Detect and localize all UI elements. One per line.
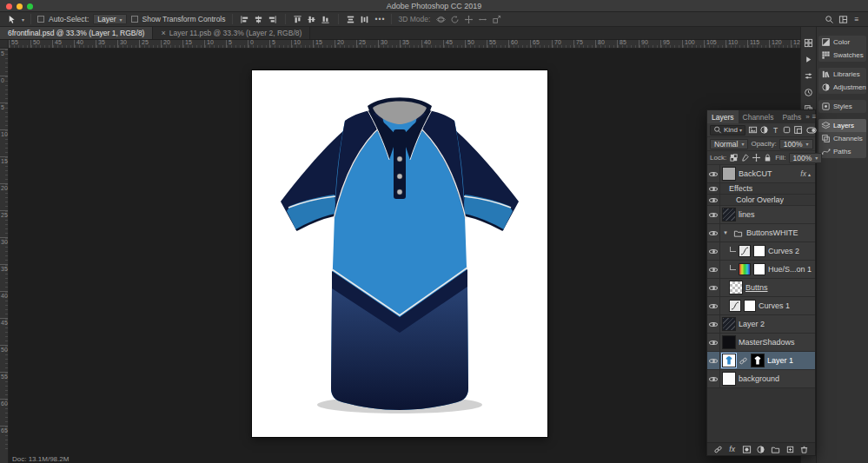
orbit-3d-icon[interactable] <box>434 14 447 25</box>
visibility-toggle[interactable] <box>707 195 720 205</box>
pasteboard[interactable] <box>9 49 800 463</box>
slide-3d-icon[interactable] <box>476 14 488 25</box>
dock-item-adjustments[interactable]: Adjustments <box>818 81 866 94</box>
lock-brush-icon[interactable] <box>740 153 750 162</box>
f-adjust-icon[interactable] <box>759 125 769 135</box>
layer-row-layer-2[interactable]: Layer 2 <box>707 315 815 334</box>
layer-thumbnail-shirt[interactable] <box>722 354 736 367</box>
f-type-icon[interactable]: T <box>771 125 780 135</box>
menu-lines-icon[interactable]: ≡ <box>851 14 863 25</box>
layer-name[interactable]: ButtonsWHITE <box>746 228 798 237</box>
layer-name[interactable]: Buttns <box>745 283 768 292</box>
layer-thumbnail-hue[interactable] <box>739 263 751 275</box>
visibility-toggle[interactable] <box>707 370 720 387</box>
layer-name[interactable]: MasterShadows <box>739 338 795 347</box>
layer-row-mastershadows[interactable]: MasterShadows <box>707 334 815 352</box>
collapse-panel-icon[interactable]: » <box>805 113 809 121</box>
layer-name[interactable]: Curves 2 <box>768 247 799 255</box>
layer-row-curves-2[interactable]: Curves 2 <box>707 242 815 261</box>
adj-icon-icon[interactable] <box>756 444 766 454</box>
visibility-toggle[interactable] <box>707 224 720 241</box>
roll-3d-icon[interactable] <box>448 14 461 25</box>
layer-thumbnail-darker[interactable] <box>722 335 736 349</box>
layer-thumbnail-checker[interactable] <box>729 281 743 294</box>
document-tab[interactable]: × Layer 11.psb @ 33.3% (Layer 2, RGB/8) <box>153 27 310 39</box>
layer-name[interactable]: background <box>739 374 779 383</box>
layer-thumbnail-dark[interactable] <box>722 208 736 222</box>
auto-select-checkbox[interactable] <box>37 16 44 23</box>
dist-h-icon[interactable] <box>359 14 371 25</box>
fill-dropdown[interactable]: 100% ▾ <box>789 153 823 163</box>
layout-grid-icon[interactable] <box>837 14 849 25</box>
visibility-toggle[interactable] <box>707 242 720 260</box>
layer-row-effects[interactable]: Effects <box>707 183 815 195</box>
move-tool-icon[interactable] <box>5 14 17 25</box>
lock-checker-icon[interactable] <box>729 153 739 162</box>
blend-mode-dropdown[interactable]: Normal ▾ <box>710 139 748 149</box>
layer-name[interactable]: Hue/S...on 1 <box>768 265 812 274</box>
layer-thumbnail-whitem[interactable] <box>753 263 765 275</box>
layer-thumbnail-shirt-mask[interactable] <box>751 354 765 367</box>
document-tab-active[interactable]: 6frontfinal.psd @ 33.3% (Layer 1, RGB/8) <box>0 27 153 39</box>
trash-icon[interactable] <box>799 444 810 454</box>
panel-menu-icon[interactable]: ≡ <box>812 113 817 121</box>
layer-thumbnail-curves[interactable] <box>729 300 741 312</box>
tab-paths[interactable]: Paths <box>778 110 805 123</box>
visibility-toggle[interactable] <box>707 334 720 351</box>
align-middle-icon[interactable] <box>306 14 318 25</box>
visibility-toggle[interactable] <box>707 183 720 194</box>
zoom-window-button[interactable] <box>27 3 33 10</box>
lock-move-icon[interactable] <box>752 153 761 162</box>
layer-thumbnail-gray[interactable] <box>722 167 736 181</box>
close-window-button[interactable] <box>6 3 12 10</box>
pan-3d-icon[interactable] <box>462 14 474 25</box>
search-icon[interactable] <box>823 14 835 25</box>
mask-icon-icon[interactable] <box>741 444 752 454</box>
layer-name[interactable]: Color Overlay <box>736 195 784 204</box>
align-center-h-icon[interactable] <box>253 14 265 25</box>
kind-filter-dropdown[interactable]: Kind ▾ <box>710 125 745 136</box>
play-icon[interactable] <box>803 54 814 65</box>
layer-effects-badge[interactable]: fx▴ <box>800 169 813 178</box>
layer-thumbnail-curves[interactable] <box>739 245 751 257</box>
clock-icon[interactable] <box>803 87 814 98</box>
minimize-window-button[interactable] <box>17 3 23 10</box>
visibility-toggle[interactable] <box>707 297 720 314</box>
layer-row-curves-1[interactable]: Curves 1 <box>707 297 815 315</box>
group-disclosure-icon[interactable]: ▾ <box>722 229 729 236</box>
layer-name[interactable]: BackCUT <box>739 169 772 178</box>
dock-item-color[interactable]: Color <box>818 36 866 49</box>
lock-all-icon[interactable] <box>763 153 772 162</box>
tool-preset-caret-icon[interactable]: ▾ <box>22 17 24 23</box>
layer-name[interactable]: Effects <box>729 184 752 193</box>
layer-row-lines[interactable]: lines <box>707 206 815 224</box>
dist-v-icon[interactable] <box>345 14 357 25</box>
scale-3d-icon[interactable] <box>490 14 502 25</box>
filter-toggle-icon[interactable] <box>805 124 818 136</box>
sliders-icon[interactable] <box>803 70 814 82</box>
align-right-icon[interactable] <box>267 14 279 25</box>
more-options-button[interactable]: ••• <box>375 15 386 23</box>
align-bottom-icon[interactable] <box>320 14 332 25</box>
layer-row-color-overlay[interactable]: Color Overlay <box>707 195 815 206</box>
layer-name[interactable]: Layer 2 <box>739 320 765 328</box>
auto-select-dropdown[interactable]: Layer ▾ <box>93 14 126 24</box>
visibility-toggle[interactable] <box>707 352 720 369</box>
dock-item-libraries[interactable]: Libraries <box>818 68 866 81</box>
layer-name[interactable]: Layer 1 <box>767 356 793 365</box>
tab-channels[interactable]: Channels <box>739 110 779 123</box>
dock-item-styles[interactable]: Styles <box>818 100 866 113</box>
tab-close-icon[interactable]: × <box>161 30 165 37</box>
align-top-icon[interactable] <box>292 14 304 25</box>
f-shape-icon[interactable] <box>782 125 792 135</box>
tab-layers[interactable]: Layers <box>707 110 739 123</box>
visibility-toggle[interactable] <box>707 315 720 333</box>
visibility-toggle[interactable] <box>707 261 720 278</box>
layer-row-layer-1[interactable]: Layer 1 <box>707 352 815 370</box>
layer-row-hue-s-on-1[interactable]: Hue/S...on 1 <box>707 261 815 279</box>
opacity-dropdown[interactable]: 100% ▾ <box>779 139 813 149</box>
dock-item-layers[interactable]: Layers <box>818 119 866 132</box>
fx-text-icon[interactable]: fx <box>727 444 738 454</box>
link-chain-icon[interactable] <box>712 444 723 454</box>
layer-row-backcut[interactable]: BackCUTfx▴ <box>707 165 815 183</box>
